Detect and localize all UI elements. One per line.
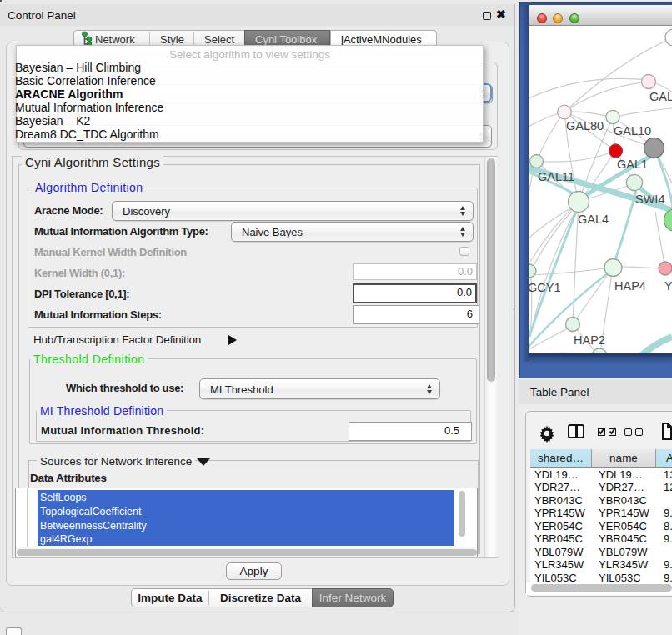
svg-text:GAL1: GAL1 [617,158,648,171]
svg-text:Y: Y [664,279,672,292]
svg-text:GAL80: GAL80 [566,119,604,132]
svg-text:HAP2: HAP2 [574,333,605,347]
svg-text:GCY1: GCY1 [529,281,561,294]
svg-text:GAL10: GAL10 [614,124,651,138]
svg-text:SWI4: SWI4 [635,192,664,206]
svg-text:GAL4: GAL4 [578,212,609,226]
svg-text:HAP4: HAP4 [614,279,646,292]
svg-text:GAL11: GAL11 [538,170,574,183]
svg-text:GAL7: GAL7 [649,90,672,103]
